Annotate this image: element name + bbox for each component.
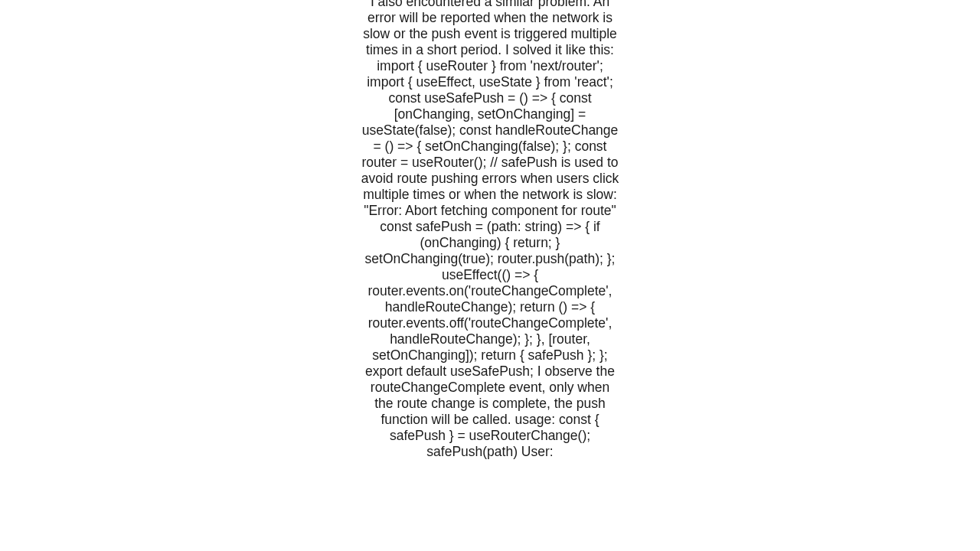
content-body-text: I also encountered a similar problem. An… bbox=[360, 0, 620, 460]
content-wrapper: I also encountered a similar problem. An… bbox=[360, 0, 620, 460]
